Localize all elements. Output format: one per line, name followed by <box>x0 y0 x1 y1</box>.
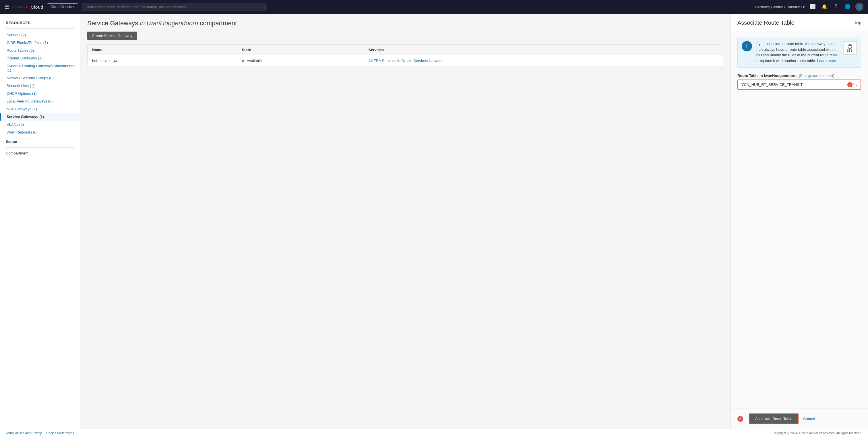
page-title-italic: in <box>140 20 145 27</box>
change-compartment-link[interactable]: (Change compartment) <box>799 74 834 78</box>
col-state: State <box>237 45 364 55</box>
globe-icon[interactable]: 🌐 <box>844 3 851 10</box>
help-circle: ? <box>848 44 852 49</box>
navbar-right: Germany Central (Frankfurt) ▾ ⬜ 🔔 ? 🌐 👤 <box>755 3 863 11</box>
region-text: Germany Central (Frankfurt) <box>755 5 802 9</box>
cell-state: Available <box>237 55 364 67</box>
help-widget-icon: ? <box>843 41 857 55</box>
table-row: hub-service-gw Available All FRA Service… <box>88 55 723 67</box>
select-badge: 1 <box>847 82 852 87</box>
sidebar-scope-compartment: Compartment <box>0 150 80 156</box>
cookies-link[interactable]: Cookie Preferences <box>46 431 74 435</box>
sidebar-item-nat-gateways[interactable]: NAT Gateways (1) <box>0 105 80 113</box>
panel-body: i If you associate a route table, the ga… <box>731 31 868 409</box>
bell-icon[interactable]: 🔔 <box>821 3 828 10</box>
page-content: Service Gateways in IwanHoogendoorn comp… <box>81 14 730 72</box>
terminal-icon[interactable]: ⬜ <box>809 3 816 10</box>
chevron-down-icon: ▾ <box>803 5 805 9</box>
sidebar-item-route-tables[interactable]: Route Tables (6) <box>0 46 80 54</box>
help-icon[interactable]: ? <box>832 3 839 10</box>
panel-header: Associate Route Table Help <box>731 14 868 31</box>
page-title-prefix: Service Gateways <box>87 20 138 27</box>
hamburger-icon[interactable]: ☰ <box>5 4 9 10</box>
status-dot-available <box>242 60 244 62</box>
sidebar-item-service-gateways[interactable]: Service Gateways (1) <box>0 113 80 121</box>
navbar: ☰ ORACLE Cloud Cloud Classic > Germany C… <box>0 0 868 14</box>
state-text: Available <box>247 59 262 63</box>
copyright-text: Copyright © 2024, Oracle and/or its affi… <box>773 431 862 435</box>
sidebar-item-drg-attachments[interactable]: Dynamic Routing Gateways Attachments (1) <box>0 62 80 74</box>
info-box: i If you associate a route table, the ga… <box>737 37 861 68</box>
oracle-text: ORACLE <box>12 5 28 9</box>
form-group: Route Table in IwanHoogendoorn (Change c… <box>737 73 861 90</box>
sidebar: Resources Subnets (2) CIDR Blocks/Prefix… <box>0 14 81 429</box>
region-selector[interactable]: Germany Central (Frankfurt) ▾ <box>755 5 805 9</box>
learn-more-link[interactable]: Learn more. <box>817 59 837 63</box>
panel-title: Associate Route Table <box>737 20 795 26</box>
cloud-text: Cloud <box>31 5 43 9</box>
search-input[interactable] <box>82 3 266 11</box>
create-service-gateway-button[interactable]: Create Service Gateway <box>87 32 137 40</box>
sidebar-resources-title: Resources <box>0 19 80 26</box>
associate-route-table-button[interactable]: Associate Route Table <box>749 413 799 424</box>
sidebar-scope-title: Scope <box>0 136 80 145</box>
sidebar-item-subnets[interactable]: Subnets (2) <box>0 31 80 39</box>
footer-badge: 2 <box>737 416 743 422</box>
avatar[interactable]: 👤 <box>856 3 863 11</box>
sidebar-item-vlans[interactable]: VLANs (0) <box>0 121 80 128</box>
content-area: Service Gateways in IwanHoogendoorn comp… <box>81 14 730 429</box>
sidebar-item-security-lists[interactable]: Security Lists (1) <box>0 82 80 90</box>
sidebar-item-work-requests[interactable]: Work Requests (0) <box>0 128 80 136</box>
route-table-select[interactable]: VCN_HUB_RT_SERVICE_TRANSIT <box>738 80 861 89</box>
info-icon: i <box>742 41 752 52</box>
navbar-icons: ⬜ 🔔 ? 🌐 👤 <box>809 3 863 11</box>
cell-services: All FRA Services In Oracle Services Netw… <box>364 55 723 67</box>
service-gateways-table: Name State Services hub-service-gw Avail… <box>87 44 723 67</box>
sidebar-item-internet-gateways[interactable]: Internet Gateways (1) <box>0 54 80 62</box>
page-title: Service Gateways in IwanHoogendoorn comp… <box>87 20 723 27</box>
footer-bar: Terms of Use and Privacy Cookie Preferen… <box>0 429 868 437</box>
sidebar-item-dhcp[interactable]: DHCP Options (1) <box>0 90 80 97</box>
help-grid <box>847 50 852 52</box>
sidebar-item-nsg[interactable]: Network Security Groups (0) <box>0 74 80 82</box>
route-table-select-wrapper: VCN_HUB_RT_SERVICE_TRANSIT ⌃⌄ 1 <box>737 80 861 90</box>
sidebar-item-cidr[interactable]: CIDR Blocks/Prefixes (1) <box>0 39 80 46</box>
sidebar-item-lpg[interactable]: Local Peering Gateways (0) <box>0 97 80 105</box>
info-text: If you associate a route table, the gate… <box>755 41 840 63</box>
cell-name: hub-service-gw <box>88 55 237 67</box>
col-services: Services <box>364 45 723 55</box>
right-panel: Associate Route Table Help i If you asso… <box>730 14 868 429</box>
page-title-compartment: IwanHoogendoorn <box>147 20 198 27</box>
main-container: Resources Subnets (2) CIDR Blocks/Prefix… <box>0 14 868 429</box>
page-title-suffix: compartment <box>200 20 237 27</box>
panel-help-link[interactable]: Help <box>854 21 861 25</box>
oracle-logo: ORACLE Cloud <box>12 5 43 9</box>
cloud-classic-button[interactable]: Cloud Classic > <box>47 3 79 10</box>
route-table-label: Route Table in IwanHoogendoorn (Change c… <box>737 73 861 78</box>
cancel-link[interactable]: Cancel <box>803 416 815 421</box>
panel-footer: 2 Associate Route Table Cancel <box>731 409 868 429</box>
col-name: Name <box>88 45 237 55</box>
services-link[interactable]: All FRA Services In Oracle Services Netw… <box>369 59 443 63</box>
terms-link[interactable]: Terms of Use and Privacy <box>6 431 42 435</box>
